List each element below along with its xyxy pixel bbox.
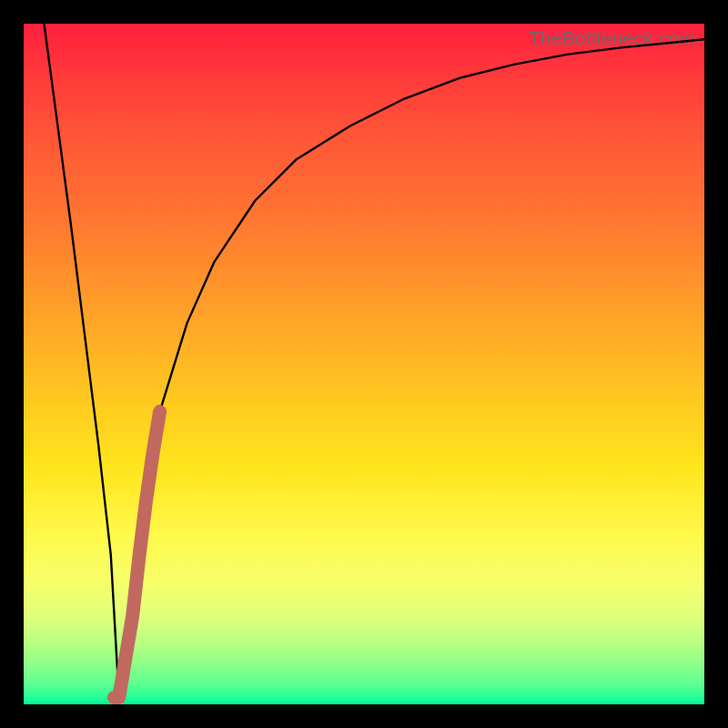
bottleneck-curve [44, 24, 704, 698]
chart-frame: TheBottleneck.com [0, 0, 728, 728]
marker-segment [114, 411, 159, 697]
chart-svg [24, 24, 704, 704]
plot-area: TheBottleneck.com [24, 24, 704, 704]
